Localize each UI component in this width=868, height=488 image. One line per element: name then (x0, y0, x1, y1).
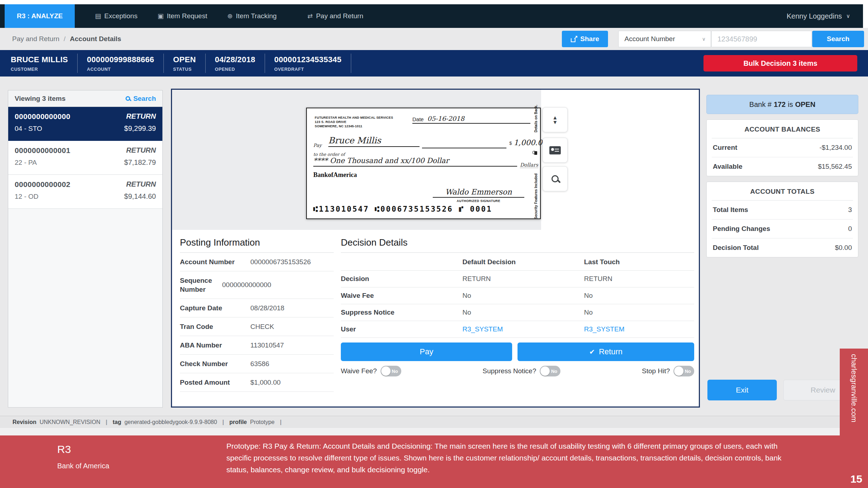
check-payee: Bruce Millis (328, 135, 420, 147)
last-touch-user-link[interactable]: R3_SYSTEM (584, 325, 694, 333)
tab-item-tracking[interactable]: ⊕ Item Tracking (227, 4, 276, 28)
id-card-icon (549, 146, 561, 154)
account-number-input[interactable] (711, 31, 812, 47)
list-item[interactable]: 0000000000001 22 - PA RETURN $7,182.79 (8, 141, 162, 175)
waive-fee-toggle-group: Waive Fee? No (341, 366, 401, 376)
breadcrumb-parent[interactable]: Pay and Return (12, 35, 59, 43)
check-payer-block: FUTURESTAR HEALTH AND MEDICAL SERVICES 1… (315, 115, 393, 128)
check-bank-logo: BankofAmerica (313, 171, 357, 179)
totals-row: Pending Changes 0 (712, 220, 853, 238)
overdraft-number: 000001234535345 (274, 55, 342, 64)
decision-header-row: Default Decision Last Touch (341, 253, 694, 271)
zoom-check-button[interactable] (543, 166, 568, 191)
tab-item-request[interactable]: ▣ Item Request (157, 4, 207, 28)
pay-button[interactable]: Pay (341, 342, 512, 361)
check-pay-label: Pay (313, 143, 322, 148)
decision-row: Decision RETURN RETURN (341, 271, 694, 287)
share-button[interactable]: ↗ Share (562, 31, 608, 47)
bulk-decision-button[interactable]: Bulk Decision 3 items (703, 55, 857, 72)
search-icon (126, 96, 130, 101)
totals-row: Decision Total $0.00 (712, 238, 853, 257)
list-item-left: 0000000000001 22 - PA (15, 146, 70, 169)
item-list-search-link[interactable]: Search (126, 95, 156, 103)
posting-row-value: 0000000000000 (222, 281, 334, 289)
item-number: 0000000000002 (15, 180, 70, 189)
top-margin-strip (0, 0, 868, 4)
search-button[interactable]: Search (812, 31, 864, 47)
balance-row: Available $15,562.45 (712, 157, 853, 176)
waive-fee-toggle-label: Waive Fee? (341, 367, 377, 375)
check-signature-block: Waldo Emmerson AUTHORIZED SIGNATURE (433, 188, 524, 203)
breadcrumb-separator: / (64, 35, 65, 43)
footer-separator: | (106, 419, 107, 425)
list-item[interactable]: 0000000000000 04 - STO RETURN $9,299.39 (8, 107, 162, 141)
waive-fee-toggle[interactable]: No (381, 366, 401, 376)
toggle-knob (674, 366, 683, 376)
stop-hit-toggle-label: Stop Hit? (642, 367, 670, 375)
posting-row-value: CHECK (250, 323, 334, 331)
account-status-label: STATUS (173, 67, 196, 72)
tag-label: tag (113, 419, 121, 425)
posting-row: Posted Amount $1,000.00 (180, 373, 334, 392)
tab-r3-analyze[interactable]: R3 : ANALYZE (5, 4, 75, 28)
chevron-down-icon: ∨ (846, 13, 850, 19)
banner-description: Prototype: R3 Pay & Return: Account Deta… (226, 440, 799, 475)
item-number: 0000000000000 (15, 112, 70, 121)
return-button[interactable]: ✔ Return (518, 342, 694, 361)
item-list-panel: Viewing 3 items Search 0000000000000 04 … (8, 90, 163, 408)
decision-row: Suppress Notice No No (341, 304, 694, 321)
bank-status-middle: is (788, 100, 793, 109)
suppress-notice-toggle[interactable]: No (540, 366, 560, 376)
default-decision-column-header: Default Decision (462, 258, 584, 266)
overdraft-number-label: OVERDRAFT (274, 67, 342, 72)
list-item-right: RETURN $7,182.79 (124, 146, 156, 169)
account-totals-card: ACCOUNT TOTALS Total Items 3 Pending Cha… (706, 182, 858, 257)
exceptions-icon: ▤ (95, 12, 101, 20)
posting-row: Account Number 0000006735153526 (180, 253, 334, 271)
account-number-label: ACCOUNT (87, 67, 154, 72)
posting-row-label: Posted Amount (180, 378, 250, 387)
top-navbar: R3 : ANALYZE ▤ Exceptions ▣ Item Request… (0, 4, 863, 28)
default-user-link[interactable]: R3_SYSTEM (462, 325, 584, 333)
bank-status-value: OPEN (795, 100, 815, 109)
suppress-notice-toggle-label: Suppress Notice? (482, 367, 536, 375)
posting-row-value: 08/28/2018 (250, 304, 334, 312)
nav-right-strip (863, 0, 868, 28)
account-balances-card: ACCOUNT BALANCES Current -$1,234.00 Avai… (706, 119, 858, 176)
stop-hit-toggle[interactable]: No (673, 366, 694, 376)
account-balances-title: ACCOUNT BALANCES (712, 120, 853, 138)
posting-row-label: Sequence Number (180, 276, 222, 294)
tab-exceptions[interactable]: ▤ Exceptions (95, 4, 137, 28)
decision-details-section: Decision Details Default Decision Last T… (341, 237, 694, 338)
footer-gap (0, 428, 868, 435)
tab-pay-and-return[interactable]: ⇄ Pay and Return (308, 4, 363, 28)
suppress-notice-toggle-group: Suppress Notice? No (482, 366, 560, 376)
footer-separator: | (222, 419, 224, 425)
user-menu[interactable]: Kenny Loggedins ∨ (786, 4, 863, 28)
search-field-select[interactable]: Account Number ∨ (618, 31, 711, 47)
check-micr-line: ⑆113010547 ⑆0006735153526 ⑈ 0001 (313, 205, 492, 213)
prototype-banner: R3 Bank of America Prototype: R3 Pay & R… (0, 435, 868, 488)
flip-check-button[interactable]: ▲▼ (543, 107, 568, 132)
account-totals-title: ACCOUNT TOTALS (712, 182, 853, 201)
exit-button[interactable]: Exit (707, 380, 777, 400)
posting-row-value: 0000006735153526 (250, 258, 334, 266)
magnifier-icon (551, 175, 559, 182)
balance-row: Current -$1,234.00 (712, 138, 853, 157)
banner-subtitle: Bank of America (57, 462, 109, 470)
breadcrumb-bar: Pay and Return / Account Details ↗ Share… (0, 28, 868, 50)
item-decision: RETURN (124, 146, 156, 154)
posting-row-value: 63586 (250, 360, 334, 368)
list-item[interactable]: 0000000000002 12 - OD RETURN $9,144.60 (8, 175, 162, 209)
opened-date: 04/28/2018 (215, 55, 255, 64)
lock-icon (534, 151, 537, 155)
revision-footer: Revision UNKNOWN_REVISION | tag generate… (0, 416, 868, 428)
posting-row: ABA Number 113010547 (180, 336, 334, 355)
check-details-button[interactable] (543, 138, 568, 163)
stop-hit-toggle-group: Stop Hit? No (642, 366, 694, 376)
list-item-left: 0000000000002 12 - OD (15, 180, 70, 203)
item-list-header: Viewing 3 items Search (8, 90, 162, 107)
profile-label: profile (229, 419, 247, 425)
search-field-select-value: Account Number (624, 35, 675, 43)
detail-panel: FUTURESTAR HEALTH AND MEDICAL SERVICES 1… (171, 89, 700, 408)
